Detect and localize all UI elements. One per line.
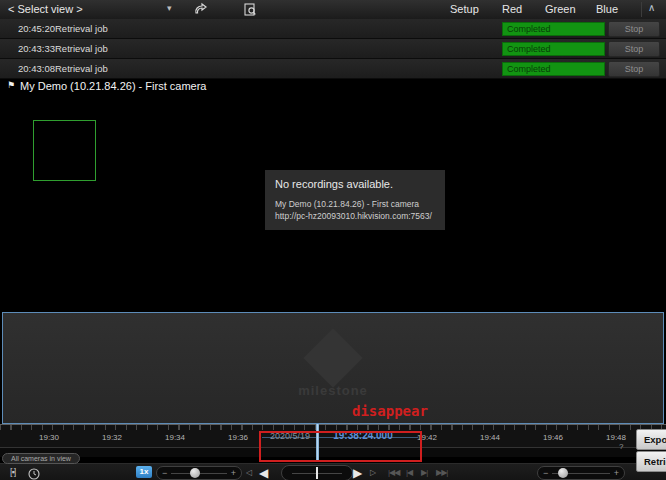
- job-time: 20:43:33: [18, 43, 55, 54]
- playback-speed-badge[interactable]: 1x: [136, 466, 152, 478]
- table-row[interactable]: 20:43:33 Retrieval job Completed Stop: [0, 39, 666, 58]
- next-sequence-button[interactable]: ▶|: [421, 468, 427, 477]
- hand-pointer-icon[interactable]: [193, 2, 209, 17]
- last-sequence-button[interactable]: ▶▶|: [436, 468, 447, 477]
- zoom-plus-icon[interactable]: +: [614, 467, 619, 479]
- all-cameras-pill: All cameras in view: [2, 453, 80, 464]
- retrieve-button[interactable]: Retrieve: [636, 451, 666, 472]
- document-search-icon[interactable]: [242, 2, 258, 17]
- table-row[interactable]: 20:43:08 Retrieval job Completed Stop: [0, 59, 666, 78]
- clock-icon[interactable]: [28, 466, 40, 478]
- slider-thumb[interactable]: [558, 468, 568, 478]
- camera-flag-icon: ⚑: [7, 80, 15, 90]
- camera-title: My Demo (10.21.84.26) - First camera: [20, 80, 206, 92]
- milestone-watermark: milestone: [273, 337, 393, 398]
- view-selector[interactable]: < Select view >: [8, 3, 83, 15]
- milestone-diamond-logo: [303, 328, 362, 387]
- top-toolbar: < Select view > ▾ Setup Red Green Blue ∧: [0, 0, 666, 20]
- help-icon[interactable]: ?: [619, 442, 623, 451]
- tooltip-camera-name: My Demo (10.21.84.26) - First camera: [275, 199, 437, 209]
- shuttle-jog-slider[interactable]: [281, 465, 353, 480]
- timeline-mode-icon[interactable]: [▪]: [10, 467, 15, 477]
- play-forward-button[interactable]: ▶: [353, 466, 362, 480]
- job-time: 20:45:20: [18, 23, 55, 34]
- job-name: Retrieval job: [55, 23, 108, 34]
- tick-label: 19:32: [92, 433, 132, 442]
- speed-slider[interactable]: − +: [156, 466, 242, 480]
- table-row[interactable]: 20:45:20 Retrieval job Completed Stop: [0, 19, 666, 38]
- chevron-down-icon[interactable]: ▾: [167, 3, 172, 13]
- zoom-minus-icon[interactable]: −: [543, 467, 548, 479]
- collapse-chevron-icon[interactable]: ∧: [648, 2, 655, 13]
- job-name: Retrieval job: [55, 43, 108, 54]
- menu-blue[interactable]: Blue: [596, 3, 618, 15]
- timeline-zoom-slider[interactable]: − +: [537, 466, 625, 480]
- stop-button[interactable]: Stop: [608, 41, 660, 57]
- timeline-preview-panel[interactable]: milestone: [2, 312, 664, 424]
- tooltip-camera-url: http://pc-hz20093010.hikvision.com:7563/: [275, 211, 437, 221]
- motion-detection-box: [33, 120, 96, 181]
- tick-label: 19:34: [155, 433, 195, 442]
- job-name: Retrieval job: [55, 63, 108, 74]
- tick-label: 19:48: [596, 433, 636, 442]
- no-recordings-tooltip: No recordings available. My Demo (10.21.…: [265, 170, 445, 230]
- status-badge: Completed: [502, 62, 605, 76]
- camera-view[interactable]: ⚑ My Demo (10.21.84.26) - First camera N…: [0, 79, 666, 311]
- play-backward-button[interactable]: ◀: [259, 466, 268, 480]
- tick-label: 19:30: [29, 433, 69, 442]
- menu-red[interactable]: Red: [502, 3, 522, 15]
- smart-client-window: < Select view > ▾ Setup Red Green Blue ∧…: [0, 0, 666, 480]
- tick-label: 19:36: [218, 433, 258, 442]
- previous-sequence-button[interactable]: |◀: [406, 468, 412, 477]
- status-badge: Completed: [502, 42, 605, 56]
- speed-plus-icon[interactable]: +: [231, 467, 236, 479]
- status-badge: Completed: [502, 22, 605, 36]
- job-list: 20:45:20 Retrieval job Completed Stop 20…: [0, 19, 666, 79]
- first-sequence-button[interactable]: |◀◀: [388, 468, 399, 477]
- job-time: 20:43:08: [18, 63, 55, 74]
- step-forward-button[interactable]: ▷: [370, 468, 376, 477]
- stop-button[interactable]: Stop: [608, 21, 660, 37]
- tick-label: 19:44: [470, 433, 510, 442]
- tooltip-message: No recordings available.: [275, 178, 437, 190]
- playback-control-bar: [▪] 1x − + ◁ ◀ ▶ ▷ |◀◀ |◀ ▶| ▶▶| − +: [0, 463, 666, 480]
- slider-thumb[interactable]: [190, 468, 200, 478]
- menu-setup[interactable]: Setup: [450, 3, 479, 15]
- step-back-button[interactable]: ◁: [246, 468, 252, 477]
- disappear-annotation: disappear: [352, 403, 428, 419]
- toolbar-divider: [641, 2, 642, 17]
- export-button[interactable]: Export: [636, 429, 666, 450]
- menu-green[interactable]: Green: [545, 3, 576, 15]
- speed-minus-icon[interactable]: −: [162, 467, 167, 479]
- shuttle-marker[interactable]: [316, 467, 318, 479]
- tick-label: 19:46: [533, 433, 573, 442]
- stop-button[interactable]: Stop: [608, 61, 660, 77]
- red-annotation-rectangle: [259, 431, 422, 462]
